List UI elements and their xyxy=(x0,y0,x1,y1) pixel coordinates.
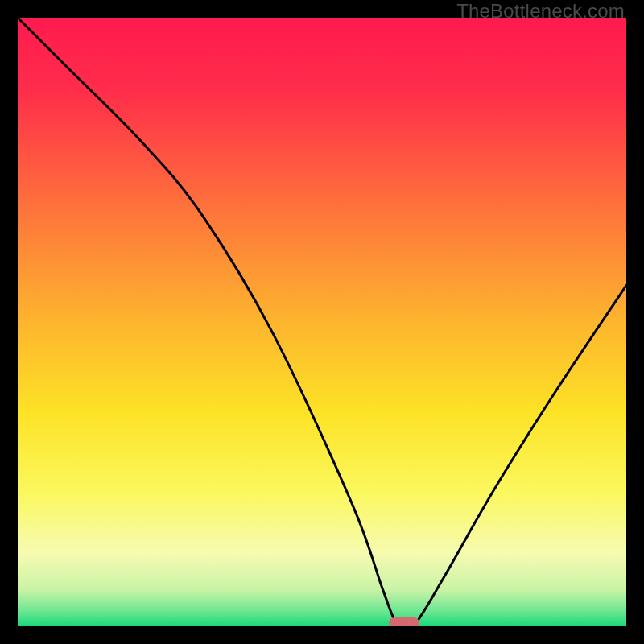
optimal-marker xyxy=(389,617,419,626)
plot-area xyxy=(18,18,626,626)
watermark-label: TheBottleneck.com xyxy=(456,0,625,23)
bottleneck-curve xyxy=(18,18,626,626)
chart-frame: TheBottleneck.com xyxy=(0,0,644,644)
